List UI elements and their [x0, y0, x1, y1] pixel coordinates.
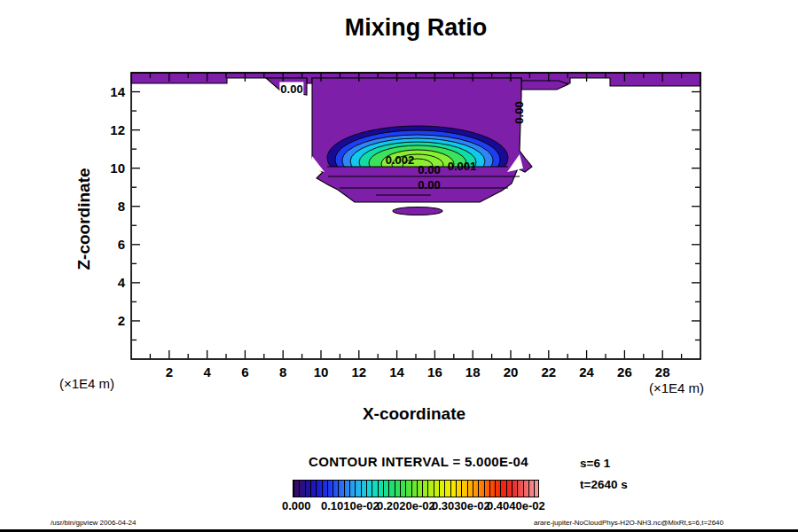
x-tick-label: 20 [504, 364, 519, 379]
y-tick-label: 10 [93, 160, 125, 176]
y-tick-label: 2 [93, 313, 125, 328]
x-tick-label: 26 [617, 364, 632, 379]
x-tick-label: 12 [351, 364, 366, 379]
x-axis-unit-label: (×1E4 m) [626, 380, 704, 395]
x-tick-label: 4 [203, 364, 210, 379]
gpview-window: Mixing Ratio [0, 0, 798, 532]
x-tick-label: 22 [541, 364, 556, 379]
x-tick-label: 28 [655, 364, 670, 379]
contour-label-low: 0.00 [418, 178, 440, 192]
small-spot [393, 207, 442, 215]
contour-label-band-right: 0.00 [512, 101, 526, 123]
colorbar-label: 0.4040e-02 [487, 499, 545, 512]
footer-rule [0, 529, 798, 532]
x-tick-label: 6 [241, 364, 248, 379]
contour-label-band-top: 0.00 [279, 82, 303, 96]
contour-plot [0, 0, 798, 532]
band-protrusion [521, 81, 568, 90]
filled-contour-shapes [131, 73, 700, 215]
x-tick-label: 2 [166, 364, 173, 379]
y-tick-label: 8 [93, 199, 125, 214]
y-tick-label: 4 [93, 275, 125, 290]
legend-t-value: t=2640 s [580, 478, 628, 491]
colorbar-label: 0.1010e-02 [321, 499, 379, 512]
legend-s-value: s=6 1 [580, 457, 610, 470]
colorbar [293, 480, 539, 497]
x-tick-label: 16 [427, 364, 442, 379]
x-tick-label: 18 [466, 364, 481, 379]
colorbar-label: 0.3030e-02 [432, 499, 490, 512]
colorbar-label: 0.000 [282, 499, 311, 512]
contour-label-mid: 0.00 [418, 163, 440, 176]
y-tick-label: 12 [93, 122, 125, 137]
x-tick-label: 14 [389, 364, 404, 379]
x-tick-label: 8 [279, 364, 286, 379]
contour-label-0002: 0.002 [386, 153, 415, 167]
y-axis-unit-label: (×1E4 m) [46, 376, 128, 391]
x-axis-title: X-coordinate [363, 404, 466, 424]
y-tick-label: 14 [93, 84, 125, 99]
x-tick-label: 24 [579, 364, 594, 379]
y-tick-label: 6 [93, 237, 125, 252]
colorbar-cell-separators [293, 481, 538, 497]
footer-command-text: /usr/bin/gpview 2006-04-24 [51, 519, 137, 527]
x-tick-label: 10 [314, 364, 329, 379]
contour-label-0001: 0.001 [448, 160, 477, 173]
y-axis-title: Z-coordinate [74, 168, 94, 270]
footer-file-text: arare-jupiter-NoCloudPhys-H2O-NH3.nc@Mix… [534, 519, 752, 527]
colorbar-label: 0.2020e-02 [377, 499, 435, 512]
contour-interval-text: CONTOUR INTERVAL = 5.000E-04 [309, 454, 528, 469]
